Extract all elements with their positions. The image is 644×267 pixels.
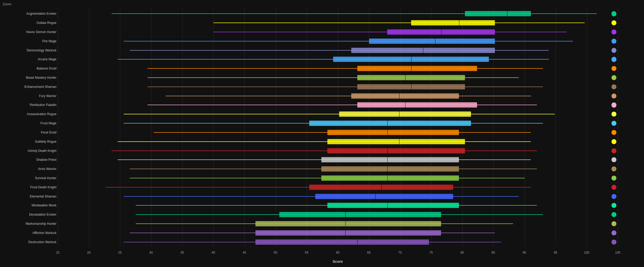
iqr-box xyxy=(315,194,453,199)
x-axis-label: 85 xyxy=(491,251,495,254)
whisker-line xyxy=(112,151,537,151)
chart-row: Frost Death Knight xyxy=(58,183,597,192)
spec-label: Havoc Demon Hunter xyxy=(1,30,56,34)
median-line xyxy=(387,147,388,154)
iqr-box xyxy=(255,221,441,226)
x-axis-label: 100 xyxy=(584,251,589,254)
chart-row: Unholy Death Knight xyxy=(58,146,597,155)
median-line xyxy=(387,175,388,181)
median-line xyxy=(387,202,388,209)
iqr-box xyxy=(339,111,471,117)
chart-row: Augmentation Evoker xyxy=(58,9,597,18)
median-line xyxy=(423,47,423,53)
median-line xyxy=(387,166,388,172)
zoom-label[interactable]: Zoom xyxy=(3,2,11,6)
chart-row: Havoc Demon Hunter xyxy=(58,28,597,37)
iqr-box xyxy=(357,66,477,71)
x-axis-label: 55 xyxy=(305,251,308,254)
x-axis-label: 35 xyxy=(180,251,184,254)
chart-row: Arms Warrior xyxy=(58,164,597,174)
iqr-box xyxy=(255,239,429,245)
grid-line xyxy=(618,8,618,247)
whisker-line xyxy=(148,87,543,87)
iqr-box xyxy=(369,39,495,44)
iqr-box xyxy=(357,102,477,108)
median-line xyxy=(357,239,358,245)
spec-label: Unholy Death Knight xyxy=(1,149,56,153)
iqr-box xyxy=(465,11,531,16)
chart-row: Balance Druid xyxy=(58,64,597,73)
median-line xyxy=(345,230,346,236)
chart-row: Demonology Warlock xyxy=(58,46,597,55)
iqr-box xyxy=(411,20,495,25)
whisker-line xyxy=(124,41,573,41)
x-axis-label: 105 xyxy=(615,251,620,254)
median-line xyxy=(459,20,459,26)
spec-label: Retribution Paladin xyxy=(1,103,56,107)
whisker-line xyxy=(166,96,531,96)
x-axis-label: 40 xyxy=(212,251,215,254)
iqr-box xyxy=(327,203,459,208)
iqr-box xyxy=(321,166,459,172)
whisker-line xyxy=(148,68,543,69)
x-axis-label: 45 xyxy=(243,251,246,254)
spec-label: Affliction Warlock xyxy=(1,231,56,235)
x-axis-label: 25 xyxy=(118,251,122,254)
x-axis-label: 90 xyxy=(523,251,526,254)
spec-label: Feral Druid xyxy=(1,131,56,134)
median-line xyxy=(387,157,388,163)
median-line xyxy=(411,84,412,90)
iqr-box xyxy=(357,75,465,80)
median-line xyxy=(435,38,436,44)
chart-row: Elemental Shaman xyxy=(58,192,597,201)
x-axis-label: 65 xyxy=(367,251,370,254)
median-line xyxy=(345,221,346,227)
median-line xyxy=(375,193,376,199)
iqr-box xyxy=(327,139,465,144)
iqr-box xyxy=(327,148,465,153)
x-axis-label: 75 xyxy=(429,251,433,254)
spec-label: Destruction Warlock xyxy=(1,240,56,244)
chart-row: Frost Mage xyxy=(58,119,597,128)
median-line xyxy=(387,120,388,126)
chart-row: Beast Mastery Hunter xyxy=(58,73,597,82)
x-axis-label: 50 xyxy=(274,251,277,254)
median-line xyxy=(399,138,400,145)
median-line xyxy=(507,10,507,17)
chart-row: Shadow Priest xyxy=(58,155,597,164)
iqr-box xyxy=(351,93,459,99)
spec-label: Outlaw Rogue xyxy=(1,21,56,25)
spec-label: Frost Mage xyxy=(1,121,56,125)
spec-label: Devastation Evoker xyxy=(1,213,56,216)
spec-label: Assassination Rogue xyxy=(1,112,56,116)
chart-row: Affliction Warlock xyxy=(58,228,597,237)
x-axis-label: 80 xyxy=(460,251,464,254)
median-line xyxy=(411,56,412,62)
whisker-line xyxy=(213,23,585,23)
iqr-box xyxy=(309,121,471,126)
x-axis-label: 20 xyxy=(87,251,91,254)
x-axis-label: 70 xyxy=(398,251,402,254)
chart-row: Enhancement Shaman xyxy=(58,82,597,91)
median-line xyxy=(405,102,406,108)
chart-row: Feral Druid xyxy=(58,128,597,137)
spec-label: Fury Warrior xyxy=(1,94,56,98)
spec-label: Demonology Warlock xyxy=(1,49,56,52)
chart-row: Marksmanship Hunter xyxy=(58,219,597,228)
chart-row: Retribution Paladin xyxy=(58,100,597,110)
chart-row: Arcane Mage xyxy=(58,55,597,64)
median-line xyxy=(399,111,400,117)
chart-row: Devastation Evoker xyxy=(58,210,597,219)
whisker-line xyxy=(118,141,531,142)
iqr-box xyxy=(327,130,459,135)
spec-label: Fire Mage xyxy=(1,39,56,43)
x-axis-label: 30 xyxy=(149,251,153,254)
spec-label: Windwalker Monk xyxy=(1,204,56,207)
spec-label: Beast Mastery Hunter xyxy=(1,76,56,79)
median-line xyxy=(441,29,442,35)
spec-label: Elemental Shaman xyxy=(1,195,56,198)
x-axis-label: 60 xyxy=(336,251,339,254)
x-axis-label: 15 xyxy=(56,251,59,254)
iqr-box xyxy=(321,175,459,181)
chart-row: Assassination Rogue xyxy=(58,110,597,119)
